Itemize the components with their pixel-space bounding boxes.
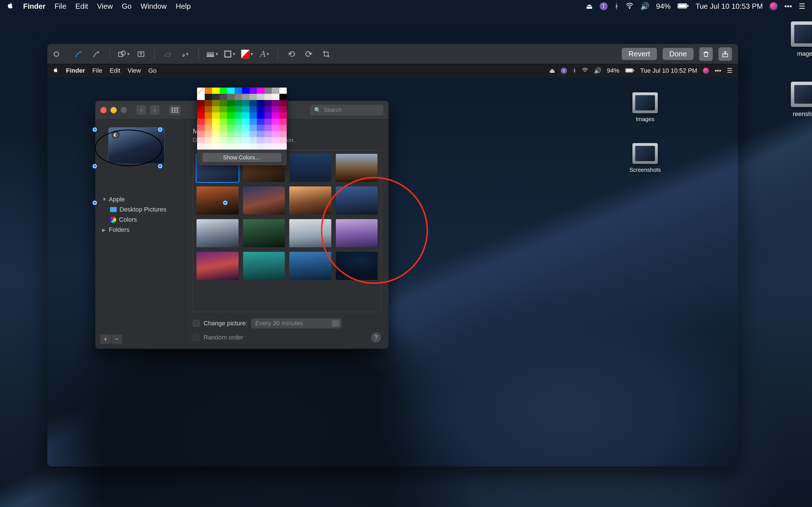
color-swatch[interactable] [280, 100, 287, 106]
color-swatch[interactable] [227, 88, 235, 94]
color-swatch[interactable] [242, 88, 250, 94]
wallpaper-thumb[interactable] [289, 186, 331, 215]
volume-icon[interactable]: 🔊 [640, 2, 649, 11]
color-swatch[interactable] [257, 112, 264, 119]
minimize-icon[interactable] [110, 107, 117, 113]
color-swatch[interactable] [272, 137, 280, 144]
color-swatch[interactable] [257, 137, 264, 144]
color-swatch[interactable] [235, 106, 242, 112]
color-swatch[interactable] [227, 106, 235, 112]
color-swatch[interactable] [205, 100, 212, 106]
color-swatch[interactable] [257, 119, 264, 125]
markup-canvas[interactable]: Finder File Edit View Go ⏏ T ᚼ 🔊 94% Tue… [47, 64, 738, 466]
rotate-right-icon[interactable]: ⟳ [303, 48, 315, 60]
user-avatar-icon[interactable]: T [600, 2, 608, 10]
color-swatch[interactable] [197, 144, 205, 150]
done-button[interactable]: Done [663, 48, 694, 60]
color-swatch[interactable] [257, 94, 264, 100]
color-swatch[interactable] [220, 137, 227, 144]
forward-button[interactable]: › [150, 105, 160, 115]
color-swatch[interactable] [197, 112, 205, 119]
bluetooth-icon[interactable]: ᚼ [614, 2, 619, 11]
color-swatch[interactable] [264, 112, 272, 119]
color-swatch[interactable] [227, 119, 235, 125]
color-swatch[interactable] [235, 131, 242, 137]
text-tool-icon[interactable] [135, 48, 147, 60]
outer-menu-help[interactable]: Help [175, 2, 191, 11]
color-swatch[interactable] [227, 94, 235, 100]
color-swatch[interactable] [272, 94, 280, 100]
color-swatch[interactable] [205, 88, 212, 94]
color-swatch[interactable] [280, 119, 287, 125]
color-swatch[interactable] [264, 100, 272, 106]
color-swatch[interactable] [235, 119, 242, 125]
desktop-folder-images-clipped[interactable]: mages [784, 21, 812, 57]
color-swatch[interactable] [227, 131, 235, 137]
color-swatch[interactable] [205, 112, 212, 119]
fill-color-icon[interactable]: ▾ [241, 48, 253, 60]
color-swatch[interactable] [197, 106, 205, 112]
color-swatch[interactable] [235, 125, 242, 131]
siri-icon[interactable] [770, 2, 777, 10]
color-swatch[interactable] [257, 125, 264, 131]
remove-folder-button[interactable]: − [111, 334, 122, 344]
color-swatch[interactable] [242, 106, 250, 112]
color-swatch[interactable] [212, 137, 220, 144]
wallpaper-thumb[interactable] [336, 219, 378, 247]
color-swatch[interactable] [250, 119, 257, 125]
color-swatch[interactable] [242, 144, 250, 150]
crop-tool-icon[interactable] [320, 48, 332, 60]
color-swatch[interactable] [250, 94, 257, 100]
color-swatch[interactable] [197, 100, 205, 106]
wallpaper-thumb[interactable] [243, 186, 285, 215]
color-swatch[interactable] [205, 106, 212, 112]
rotate-left-icon[interactable]: ⟲ [285, 48, 297, 60]
color-swatch[interactable] [250, 125, 257, 131]
wallpaper-thumb[interactable] [336, 154, 378, 182]
revert-button[interactable]: Revert [622, 48, 657, 60]
color-swatch[interactable] [264, 125, 272, 131]
color-swatch[interactable] [220, 119, 227, 125]
add-folder-button[interactable]: + [100, 334, 111, 344]
color-swatch[interactable] [272, 119, 280, 125]
battery-icon[interactable] [677, 2, 689, 11]
tree-apple[interactable]: ▼Apple [100, 194, 185, 205]
stroke-color-icon[interactable]: ▾ [223, 48, 236, 60]
wallpaper-thumb[interactable] [289, 252, 331, 280]
color-swatch[interactable] [197, 119, 205, 125]
color-swatch[interactable] [280, 94, 287, 100]
color-swatch[interactable] [197, 131, 205, 137]
color-swatch[interactable] [250, 88, 257, 94]
color-swatch[interactable] [257, 144, 264, 150]
color-swatch[interactable] [264, 144, 272, 150]
wallpaper-thumb[interactable] [197, 252, 239, 280]
wallpaper-thumb[interactable] [243, 219, 285, 247]
color-swatch[interactable] [205, 119, 212, 125]
tree-desktop-pictures[interactable]: Desktop Pictures [100, 205, 185, 215]
color-swatch[interactable] [264, 94, 272, 100]
color-swatch[interactable] [280, 112, 287, 119]
color-swatch[interactable] [257, 106, 264, 112]
color-swatch[interactable] [242, 131, 250, 137]
color-swatch[interactable] [227, 100, 235, 106]
outer-datetime[interactable]: Tue Jul 10 10:53 PM [696, 2, 763, 11]
color-swatch[interactable] [250, 144, 257, 150]
color-swatch[interactable] [257, 88, 264, 94]
wallpaper-thumb[interactable] [197, 219, 239, 247]
back-button[interactable]: ‹ [137, 105, 146, 115]
wallpaper-thumb[interactable] [336, 186, 378, 215]
color-swatch[interactable] [272, 100, 280, 106]
color-swatch[interactable] [280, 144, 287, 150]
color-swatch[interactable] [242, 112, 250, 119]
change-interval-select[interactable]: Every 30 minutes [251, 318, 342, 328]
desktop-folder-screenshots-clipped[interactable]: reenshots [784, 82, 812, 118]
outer-menu-file[interactable]: File [54, 2, 66, 11]
outer-menubar-app[interactable]: Finder [23, 2, 45, 11]
shapes-tool-icon[interactable]: ▾ [117, 48, 130, 60]
color-swatch[interactable] [250, 100, 257, 106]
color-swatch[interactable] [227, 125, 235, 131]
color-swatch[interactable] [280, 88, 287, 94]
change-picture-checkbox[interactable] [193, 320, 200, 327]
color-swatch[interactable] [205, 94, 212, 100]
color-swatch[interactable] [212, 144, 220, 150]
